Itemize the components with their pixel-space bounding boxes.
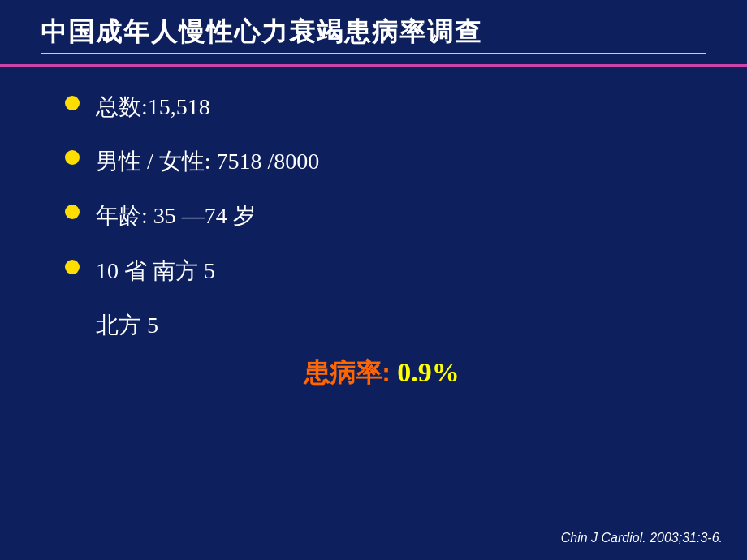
content-area: 总数:15,518 男性 / 女性: 7518 /8000 年龄: 35 —74… bbox=[0, 67, 747, 407]
slide-title: 中国成年人慢性心力衰竭患病率调查 bbox=[41, 17, 482, 46]
bullet-provinces-text: 10 省 南方 5 bbox=[96, 255, 215, 286]
title-bar: 中国成年人慢性心力衰竭患病率调查 bbox=[0, 0, 747, 67]
bullet-dot-1 bbox=[65, 96, 80, 110]
bullet-dot-4 bbox=[65, 260, 80, 274]
bullet-age-text: 年龄: 35 —74 岁 bbox=[96, 200, 256, 231]
bullet-total-text: 总数:15,518 bbox=[96, 91, 210, 123]
bullet-gender-text: 男性 / 女性: 7518 /8000 bbox=[96, 145, 319, 177]
bullet-age: 年龄: 35 —74 岁 bbox=[65, 200, 698, 231]
bullet-gender: 男性 / 女性: 7518 /8000 bbox=[65, 145, 698, 177]
bullet-dot-3 bbox=[65, 205, 80, 219]
prevalence-label: 患病率: bbox=[304, 358, 391, 387]
bullet-dot-2 bbox=[65, 150, 80, 165]
citation: Chin J Cardiol. 2003;31:3-6. bbox=[561, 531, 723, 545]
sub-bullet-north-text: 北方 5 bbox=[96, 312, 158, 338]
bullet-total: 总数:15,518 bbox=[65, 91, 698, 123]
prevalence-line: 患病率: 0.9% bbox=[65, 355, 698, 391]
sub-bullet-north: 北方 5 bbox=[65, 309, 698, 341]
slide-container: 中国成年人慢性心力衰竭患病率调查 总数:15,518 男性 / 女性: 7518… bbox=[0, 0, 747, 560]
prevalence-value: 0.9% bbox=[391, 357, 460, 387]
bullet-provinces: 10 省 南方 5 bbox=[65, 255, 698, 286]
